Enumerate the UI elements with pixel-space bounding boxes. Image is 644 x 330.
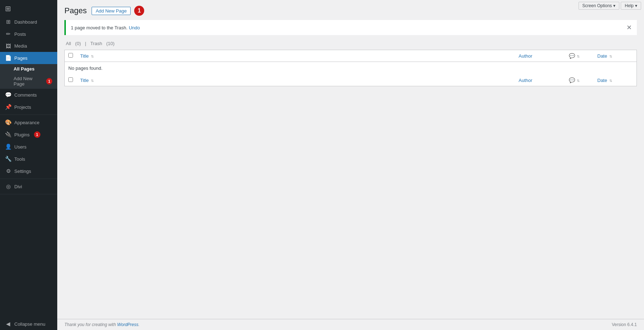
sidebar-item-users[interactable]: 👤 Users [0,141,57,153]
no-items-row: No pages found. [65,62,637,75]
sidebar-item-label: Comments [14,92,37,98]
sidebar-divider [0,115,57,115]
sidebar-item-label: Users [14,144,26,150]
no-items-message: No pages found. [68,65,102,71]
filter-trash-link[interactable]: Trash (10) [89,41,116,46]
comments-icon: 💬 [5,92,11,98]
posts-icon: ✏ [5,31,11,37]
comments-footer-icon: 💬 [569,77,575,83]
sidebar-item-label: Posts [14,31,26,37]
sidebar-item-media[interactable]: 🖼 Media [0,40,57,52]
filter-all-count: (0) [75,41,81,46]
version-text: Version 6.4.1 [612,322,637,327]
wordpress-link[interactable]: WordPress [117,322,138,327]
select-all-th[interactable] [65,50,77,62]
comments-footer-header[interactable]: 💬 ⇅ [565,74,594,86]
filter-links: All (0) | Trash (10) [64,41,637,46]
date-header-label: Date [597,53,607,59]
table-header-row: Title ⇅ Author 💬 ⇅ Date ⇅ [65,50,637,62]
comments-column-header[interactable]: 💬 ⇅ [565,50,594,62]
notice-message: 1 page moved to the Trash. [71,25,127,30]
dashboard-icon: ⊞ [5,19,11,25]
select-all-checkbox[interactable] [68,53,73,58]
page-footer: Thank you for creating with WordPress. V… [57,319,644,330]
author-header-label: Author [519,53,532,59]
sidebar-item-pages[interactable]: 📄 Pages [0,52,57,64]
sidebar-item-label: Plugins [14,132,30,137]
comments-sort-icon: ⇅ [577,54,580,58]
users-icon: 👤 [5,144,11,150]
sidebar-logo: ⊞ [0,0,57,16]
appearance-icon: 🎨 [5,119,11,126]
author-footer-label: Author [519,78,532,83]
settings-icon: ⚙ [5,168,11,174]
pages-icon: 📄 [5,55,11,61]
collapse-label: Collapse menu [14,321,45,327]
select-all-footer-checkbox[interactable] [68,77,73,82]
add-new-page-label: Add New Page [14,76,43,87]
notice-text: 1 page moved to the Trash. Undo [71,25,140,30]
title-header-label: Title [80,53,89,59]
date-sort-icon: ⇅ [609,54,612,58]
sidebar-item-label: Media [14,43,27,49]
comments-header-icon: 💬 [569,53,575,59]
sidebar-item-label: Dashboard [14,19,37,25]
sidebar-item-posts[interactable]: ✏ Posts [0,28,57,40]
select-all-footer-th[interactable] [65,74,77,86]
plugins-badge: 1 [34,131,40,138]
filter-separator: | [85,41,86,46]
help-label: Help [625,3,634,8]
sidebar-item-projects[interactable]: 📌 Projects [0,101,57,113]
sidebar-divider-3 [0,194,57,194]
screen-options-button[interactable]: Screen Options ▾ [579,2,620,10]
pages-submenu: All Pages Add New Page 1 [0,64,57,89]
title-sort-icon: ⇅ [91,54,94,58]
filter-all-label: All [66,41,71,46]
notice-close-button[interactable]: ✕ [626,24,632,31]
sidebar-item-dashboard[interactable]: ⊞ Dashboard [0,16,57,28]
add-new-page-button[interactable]: Add New Page [92,7,131,15]
sidebar-subitem-all-pages[interactable]: All Pages [0,64,57,74]
sidebar: ⊞ ⊞ Dashboard ✏ Posts 🖼 Media 📄 Pages Al… [0,0,57,330]
help-button[interactable]: Help ▾ [621,2,641,10]
footer-text: Thank you for creating with WordPress. [64,322,140,327]
add-new-badge: 1 [46,78,52,84]
sidebar-item-comments[interactable]: 💬 Comments [0,89,57,101]
projects-icon: 📌 [5,104,11,110]
screen-options-chevron-icon: ▾ [613,3,615,8]
page-title: Pages [64,6,87,15]
author-footer-header: Author [515,74,565,86]
layout: ⊞ ⊞ Dashboard ✏ Posts 🖼 Media 📄 Pages Al… [0,0,644,330]
comments-footer-sort-icon: ⇅ [577,79,580,83]
divi-icon: ◎ [5,183,11,190]
title-column-header[interactable]: Title ⇅ [77,50,515,62]
tools-icon: 🔧 [5,156,11,162]
title-footer-header[interactable]: Title ⇅ [77,74,515,86]
collapse-icon: ◀ [5,321,11,327]
sidebar-item-label: Tools [14,156,25,162]
notice-undo-link[interactable]: Undo [129,25,140,30]
sidebar-divider-2 [0,179,57,179]
sidebar-item-appearance[interactable]: 🎨 Appearance [0,116,57,128]
trash-notice: 1 page moved to the Trash. Undo ✕ [64,20,637,35]
no-items-cell: No pages found. [65,62,637,75]
sidebar-item-tools[interactable]: 🔧 Tools [0,153,57,165]
sidebar-item-label: Appearance [14,120,39,125]
sidebar-item-label: Divi [14,184,22,189]
date-footer-sort-icon: ⇅ [609,79,612,83]
filter-all-link[interactable]: All (0) [64,41,84,46]
title-footer-label: Title [80,78,89,83]
pages-table: Title ⇅ Author 💬 ⇅ Date ⇅ [64,50,637,86]
date-footer-header[interactable]: Date ⇅ [594,74,637,86]
date-column-header[interactable]: Date ⇅ [594,50,637,62]
sidebar-item-divi[interactable]: ◎ Divi [0,180,57,193]
all-pages-label: All Pages [14,66,35,72]
date-footer-label: Date [597,78,607,83]
sidebar-item-label: Settings [14,169,31,174]
sidebar-item-settings[interactable]: ⚙ Settings [0,165,57,177]
sidebar-subitem-add-new-page[interactable]: Add New Page 1 [0,74,57,89]
sidebar-collapse-menu[interactable]: ◀ Collapse menu [0,318,57,330]
sidebar-item-plugins[interactable]: 🔌 Plugins 1 [0,128,57,141]
filter-trash-count: (10) [106,41,114,46]
media-icon: 🖼 [5,43,11,49]
